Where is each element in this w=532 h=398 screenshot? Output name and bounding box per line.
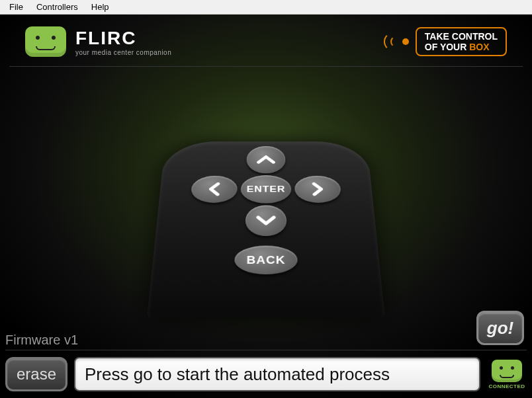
firmware-label: Firmware v1: [5, 333, 78, 348]
chevron-left-icon: [208, 182, 222, 196]
take-control-box: TAKE CONTROL OF YOUR BOX: [416, 27, 507, 56]
take-control-line1: TAKE CONTROL: [425, 31, 498, 42]
erase-button[interactable]: erase: [5, 357, 67, 391]
dpad-left-button[interactable]: [191, 176, 238, 203]
connection-label: CONNECTED: [488, 383, 525, 389]
connection-badge: CONNECTED: [487, 360, 527, 389]
take-control-badge: TAKE CONTROL OF YOUR BOX: [382, 27, 507, 56]
app-body: FLIRC your media center companion TAKE C…: [0, 15, 532, 398]
dpad-right-button[interactable]: [294, 176, 341, 203]
enter-button[interactable]: ENTER: [240, 175, 291, 203]
dpad: ENTER BACK: [147, 141, 385, 318]
menu-help[interactable]: Help: [85, 1, 116, 13]
take-control-line2: OF YOUR BOX: [425, 42, 498, 52]
chevron-up-icon: [256, 155, 275, 165]
chevron-down-icon: [255, 215, 276, 226]
dpad-down-button[interactable]: [245, 205, 287, 236]
header: FLIRC your media center companion TAKE C…: [9, 15, 523, 67]
chevron-right-icon: [311, 182, 325, 196]
logo-text: FLIRC your media center companion: [75, 28, 171, 56]
go-button[interactable]: go!: [476, 311, 524, 345]
remote-area: ENTER BACK: [0, 73, 532, 318]
menu-bar: File Controllers Help: [0, 0, 532, 15]
flirc-logo-icon: [25, 26, 66, 57]
bottom-bar: erase Press go to start the automated pr…: [5, 350, 527, 391]
take-control-accent: BOX: [469, 42, 489, 52]
logo-subtitle: your media center companion: [75, 49, 171, 56]
logo-title: FLIRC: [75, 28, 171, 49]
menu-file[interactable]: File: [3, 1, 30, 13]
connected-icon: [492, 360, 522, 382]
logo-area: FLIRC your media center companion: [25, 26, 171, 57]
antenna-icon: [382, 32, 409, 52]
dpad-up-button[interactable]: [246, 146, 285, 173]
status-message: Press go to start the automated process: [74, 357, 480, 391]
back-button[interactable]: BACK: [234, 246, 298, 274]
menu-controllers[interactable]: Controllers: [30, 1, 85, 13]
remote-body: ENTER BACK: [147, 141, 385, 318]
take-control-pre: OF YOUR: [425, 42, 469, 52]
